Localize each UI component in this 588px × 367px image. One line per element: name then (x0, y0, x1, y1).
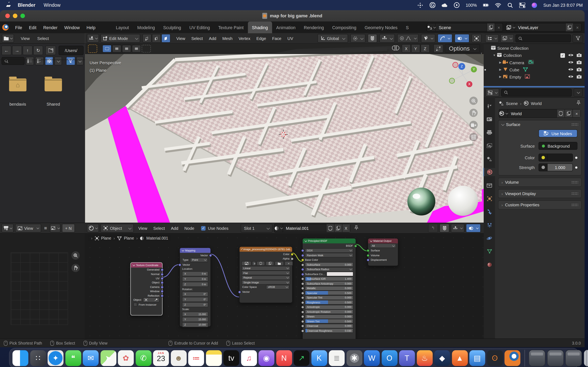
image-dropdown[interactable]: Single Image (242, 280, 290, 285)
wifi-icon[interactable] (495, 2, 501, 8)
dock-icon-stocks[interactable]: ↗ (294, 350, 310, 366)
zoom-tool-icon[interactable] (469, 97, 478, 105)
displacement-input-socket[interactable] (366, 259, 370, 262)
select-invert-icon[interactable] (132, 45, 141, 52)
siri-icon[interactable] (531, 2, 537, 8)
back-button[interactable]: ← (1, 46, 11, 55)
node-mapping[interactable]: Mapping Vector Type:Point Vector Locatio… (180, 248, 211, 327)
folder-item[interactable]: Shared (36, 78, 70, 106)
mapping-value-field[interactable]: X0° (182, 292, 208, 296)
node-slider[interactable]: Anisotropic0.000 (303, 305, 356, 309)
file-browser-menu-item[interactable]: Select (34, 36, 52, 41)
dock-icon-news[interactable]: N (276, 350, 292, 366)
select-intersect-icon[interactable] (142, 45, 151, 52)
dock-icon-launchpad[interactable]: ∷ (30, 350, 46, 366)
type-dropdown[interactable]: Point (190, 258, 208, 262)
topbar-menu-item[interactable]: Render (40, 25, 61, 30)
mapping-value-field[interactable]: Y0° (182, 297, 208, 302)
tab-view-layer[interactable] (484, 142, 495, 150)
use-nodes-button[interactable]: Use Nodes (539, 129, 578, 137)
node-slider[interactable]: Roughness0.500 (303, 300, 356, 305)
mirror-axis-button[interactable]: Z (421, 44, 430, 53)
input-socket[interactable] (301, 273, 304, 276)
tab-object[interactable] (484, 194, 495, 203)
active-tool-select-box-icon[interactable] (88, 44, 97, 53)
select-mode-vertex-icon[interactable] (142, 34, 151, 43)
vector-input-socket[interactable] (238, 291, 241, 294)
image-zoom-icon[interactable] (71, 251, 80, 260)
sidebar-collapse-arrow[interactable]: ‹ (481, 50, 482, 55)
tab-modifiers[interactable] (484, 208, 495, 216)
fake-user-shield-icon[interactable] (557, 109, 564, 117)
viewport-menu-item[interactable]: Edge (253, 36, 269, 41)
collapsed-panel[interactable]: ›Volume (498, 178, 581, 187)
surface-panel-header[interactable]: Surface (498, 120, 581, 129)
strength-slider[interactable]: 1.000 (539, 163, 573, 171)
volume-input-socket[interactable] (366, 254, 370, 257)
node-slider[interactable]: Sheen0.000 (303, 314, 356, 319)
forward-button[interactable]: → (12, 46, 22, 55)
viewport-menu-item[interactable]: View (173, 36, 188, 41)
tab-material[interactable] (484, 260, 495, 269)
outliner-row[interactable]: ▶ Camera (484, 59, 585, 66)
tab-collection[interactable] (484, 181, 495, 189)
editor-type-file-browser[interactable] (2, 34, 14, 43)
outliner-filter-icon[interactable] (572, 34, 583, 43)
from-instancer-checkbox[interactable] (133, 303, 137, 307)
vector-input-socket[interactable] (178, 263, 182, 266)
input-socket[interactable] (301, 320, 304, 323)
tab-output[interactable] (484, 128, 495, 137)
dock-icon-blender-dark[interactable]: ʘ (487, 350, 503, 366)
dock-icon-trash[interactable] (584, 350, 588, 366)
image-name-field[interactable]: image_processin… (252, 261, 256, 266)
node-image-texture[interactable]: image_processing20200420-18781-1eb… Colo… (239, 247, 293, 303)
vector-output-socket[interactable] (209, 254, 212, 257)
node-slider[interactable]: Clearcoat0.000 (303, 324, 356, 328)
world-unlink-icon[interactable]: × (572, 109, 580, 117)
image-view-menu[interactable]: View (15, 224, 41, 233)
world-copy-icon[interactable] (564, 109, 572, 117)
dock-icon-teams[interactable]: T (399, 350, 415, 366)
dock-icon-word[interactable]: W (364, 350, 380, 366)
node-material-output[interactable]: Material Output All Surface Volume Displ… (368, 238, 398, 266)
output-socket[interactable] (161, 294, 164, 297)
input-socket[interactable] (301, 315, 304, 318)
view-thumbnails-icon[interactable] (45, 57, 53, 66)
minimized-window-2[interactable] (547, 350, 563, 366)
input-socket[interactable] (301, 306, 304, 309)
node-slider[interactable]: Specular Tint0.000 (303, 295, 356, 300)
input-socket[interactable] (301, 263, 304, 266)
output-socket[interactable] (161, 273, 164, 276)
tab-render[interactable] (484, 115, 495, 124)
dock-icon-messages[interactable]: ❝ (65, 350, 81, 366)
workspace-tab[interactable]: Rendering (300, 22, 328, 33)
properties-options-dropdown[interactable] (574, 88, 583, 97)
app-status-icon[interactable] (417, 2, 424, 8)
viewport-menu-item[interactable]: UV (285, 36, 296, 41)
gizmos-toggle-dropdown[interactable] (438, 34, 452, 43)
hamburger-menu-icon[interactable]: ≡ (43, 225, 49, 231)
collapsed-panel[interactable]: ›Custom Properties (498, 200, 581, 209)
crumb-object[interactable]: Plane (101, 236, 111, 240)
dock-icon-navy-app[interactable]: ◆ (434, 350, 450, 366)
surface-shader-selector[interactable]: Background (539, 142, 578, 150)
expand-arrow[interactable]: ▶ (498, 75, 502, 78)
dock-icon-notes[interactable] (206, 350, 222, 366)
node-slider[interactable]: Metallic0.000 (303, 286, 356, 291)
input-socket[interactable] (301, 296, 304, 299)
snap-options-icon[interactable] (433, 44, 443, 53)
topbar-menu-item[interactable]: Window (61, 25, 83, 30)
dock-icon-system-preferences[interactable]: ✱ (346, 350, 362, 366)
render-camera-icon[interactable] (577, 75, 581, 79)
viewlayer-selector[interactable]: ViewLayer × (506, 23, 581, 32)
mapping-value-field[interactable]: Z0 m (182, 282, 208, 287)
world-name-field[interactable]: World (508, 111, 557, 116)
show-object-types-dropdown[interactable] (421, 34, 435, 43)
render-camera-icon[interactable] (577, 67, 581, 72)
view-vertical-list-icon[interactable] (26, 57, 34, 66)
path-field[interactable]: /Users/ (59, 46, 84, 55)
workspace-tab[interactable]: Layout (112, 22, 133, 33)
material-copy-icon[interactable] (334, 224, 342, 232)
mapping-value-field[interactable]: Y15.000 (182, 317, 208, 322)
node-slider[interactable]: Clearcoat Roughness0.030 (303, 328, 356, 333)
